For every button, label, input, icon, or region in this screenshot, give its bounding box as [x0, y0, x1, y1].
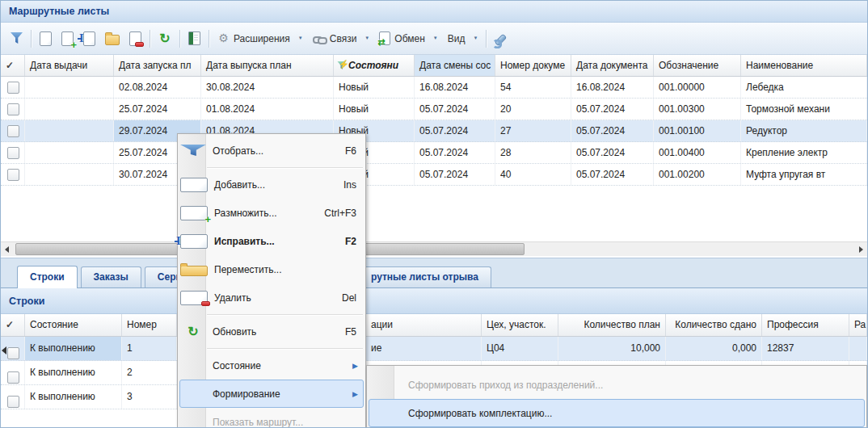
tab[interactable]: Заказы: [81, 266, 141, 287]
move-button[interactable]: [100, 28, 124, 49]
refresh-button[interactable]: [154, 28, 176, 49]
cell-qty-done[interactable]: 0,000: [666, 337, 762, 360]
scroll-left-button[interactable]: [1, 242, 15, 256]
col-header-grade[interactable]: Ра: [849, 314, 867, 336]
export-excel-button[interactable]: [183, 28, 205, 49]
view-menu-button[interactable]: Вид: [443, 28, 483, 49]
add-button[interactable]: [35, 28, 57, 49]
cell-start-date[interactable]: 25.07.2024: [114, 99, 201, 120]
row-checkbox-cell[interactable]: [1, 120, 25, 141]
cell-line-state[interactable]: К выполнению: [25, 361, 122, 384]
cell-state-change-date[interactable]: 05.07.2024: [415, 99, 495, 120]
cell-qty-plan[interactable]: 10,000: [558, 337, 666, 360]
col-header-profession[interactable]: Профессия: [762, 314, 849, 336]
menu-item[interactable]: Формирование ▶: [179, 380, 364, 408]
col-header-designation[interactable]: Обозначение: [654, 55, 741, 76]
row-checkbox-cell[interactable]: [1, 361, 25, 384]
cell-designation[interactable]: 001.00100: [654, 120, 741, 141]
row-checkbox-cell[interactable]: [1, 77, 25, 98]
cell-doc-number[interactable]: 54: [495, 77, 571, 98]
cell-doc-date[interactable]: 05.07.2024: [571, 99, 654, 120]
col-header-line-number[interactable]: Номер: [122, 314, 177, 336]
cell-issue-date[interactable]: [25, 164, 114, 185]
row-checkbox-cell[interactable]: [1, 142, 25, 163]
menu-item[interactable]: Обновить F5 ▶: [179, 317, 364, 346]
col-header-line-state[interactable]: Состояние: [25, 314, 122, 336]
cell-name[interactable]: Крепление электр: [741, 142, 867, 163]
settings-button[interactable]: [490, 28, 512, 49]
delete-button[interactable]: [124, 28, 146, 49]
col-header-doc-date[interactable]: Дата документа: [571, 55, 654, 76]
cell-state-change-date[interactable]: 05.07.2024: [415, 142, 495, 163]
cell-state-change-date[interactable]: 05.07.2024: [415, 120, 495, 141]
menu-item[interactable]: Состояние ▶: [179, 351, 364, 380]
cell-state[interactable]: Новый: [334, 99, 415, 120]
cell-issue-date[interactable]: [25, 77, 114, 98]
cell-shop[interactable]: Ц04: [482, 337, 558, 360]
checkbox[interactable]: [7, 125, 19, 137]
row-checkbox-cell[interactable]: [1, 164, 25, 185]
cell-doc-date[interactable]: 05.07.2024: [571, 142, 654, 163]
col-header-name[interactable]: Наименование: [741, 55, 867, 76]
table-row[interactable]: 02.08.2024 30.08.2024 Новый 16.08.2024 5…: [1, 77, 867, 99]
cell-name[interactable]: Муфта упругая вт: [741, 164, 867, 185]
cell-name[interactable]: Лебедка: [741, 77, 867, 98]
cell-grade[interactable]: [849, 337, 867, 360]
cell-profession[interactable]: 12837: [762, 337, 849, 360]
cell-doc-date[interactable]: 05.07.2024: [571, 164, 654, 185]
menu-item[interactable]: Показать маршрут... ▶: [179, 408, 364, 428]
checkbox[interactable]: [7, 347, 19, 359]
tab[interactable]: Строки: [17, 266, 78, 288]
table-row[interactable]: К выполнению 1 ие Ц04 10,000 0,000 12837: [1, 337, 867, 361]
cell-issue-date[interactable]: [25, 120, 114, 141]
row-checkbox-cell[interactable]: [1, 99, 25, 120]
cell-doc-number[interactable]: 20: [495, 99, 571, 120]
links-menu-button[interactable]: Связи: [308, 28, 375, 49]
cell-line-number[interactable]: 1: [122, 337, 177, 360]
filter-button[interactable]: [6, 28, 27, 49]
table-row[interactable]: 29.07.2024 01.08.2024 Новый 05.07.2024 2…: [1, 120, 867, 142]
table-row[interactable]: 25.07.2024 01.08.2024 Новый 05.07.2024 2…: [1, 99, 867, 120]
cell-doc-number[interactable]: 40: [495, 164, 571, 185]
cell-name[interactable]: Редуктор: [741, 120, 867, 141]
select-all-header[interactable]: ✓: [1, 55, 25, 76]
cell-start-date[interactable]: 02.08.2024: [114, 77, 201, 98]
col-header-release-date[interactable]: Дата выпуска план: [201, 55, 334, 76]
cell-release-date[interactable]: 01.08.2024: [201, 99, 334, 120]
cell-designation[interactable]: 001.00300: [654, 99, 741, 120]
col-header-qty-plan[interactable]: Количество план: [558, 314, 666, 336]
cell-line-state[interactable]: К выполнению: [25, 385, 122, 409]
checkbox[interactable]: [7, 371, 19, 384]
col-header-issue-date[interactable]: Дата выдачи: [25, 55, 114, 76]
submenu-item[interactable]: Сформировать комплектацию...: [369, 399, 865, 427]
cell-name[interactable]: Тормозной механи: [741, 99, 867, 120]
checkbox[interactable]: [7, 147, 19, 159]
menu-item[interactable]: Переместить... ▶: [179, 255, 364, 283]
col-header-qty-done[interactable]: Количество сдано: [666, 314, 762, 336]
detail-scroll-left-icon[interactable]: [2, 346, 6, 355]
cell-designation[interactable]: 001.00000: [654, 77, 741, 98]
cell-state-change-date[interactable]: 05.07.2024: [415, 164, 495, 185]
cell-line-number[interactable]: 3: [122, 385, 177, 409]
edit-button[interactable]: [78, 28, 100, 49]
checkbox[interactable]: [7, 82, 19, 94]
col-header-doc-number[interactable]: Номер докуме: [495, 55, 571, 76]
col-header-state[interactable]: ⚡Состояни: [334, 55, 415, 76]
menu-item[interactable]: Добавить... Ins ▶: [179, 170, 364, 199]
cell-doc-number[interactable]: 27: [495, 120, 571, 141]
cell-state[interactable]: Новый: [334, 77, 415, 98]
col-header-start-date[interactable]: Дата запуска пл: [114, 55, 201, 76]
cell-line-number[interactable]: 2: [122, 361, 177, 384]
tab[interactable]: рутные листы отрыва: [363, 266, 491, 287]
row-checkbox-cell[interactable]: [1, 385, 25, 409]
table-row[interactable]: 30.07.2024 Новый 05.07.2024 40 05.07.202…: [1, 164, 867, 186]
table-row[interactable]: 25.07.2024 Новый 05.07.2024 28 05.07.202…: [1, 142, 867, 164]
select-all-header[interactable]: ✓: [1, 314, 25, 336]
extensions-menu-button[interactable]: Расширения: [213, 28, 308, 49]
horizontal-scrollbar[interactable]: [1, 241, 867, 256]
cell-doc-date[interactable]: 05.07.2024: [571, 120, 654, 141]
scroll-right-button[interactable]: [853, 242, 867, 256]
menu-item[interactable]: Исправить... F2 ▶: [179, 227, 364, 255]
cell-issue-date[interactable]: [25, 142, 114, 163]
menu-item[interactable]: Удалить Del ▶: [179, 283, 364, 312]
